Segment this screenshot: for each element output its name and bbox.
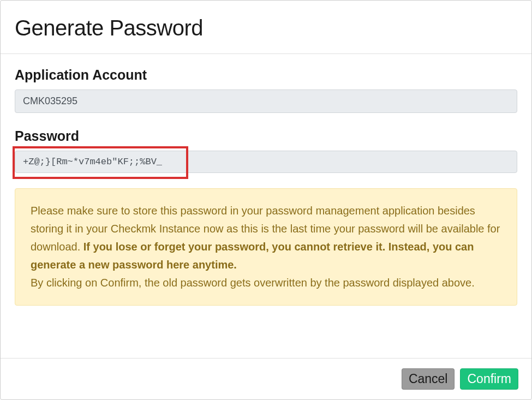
generate-password-modal: Generate Password Application Account Pa… bbox=[0, 0, 532, 400]
application-account-input[interactable] bbox=[15, 89, 517, 113]
modal-header: Generate Password bbox=[1, 1, 531, 54]
password-input[interactable] bbox=[15, 151, 517, 173]
alert-text-after: By clicking on Confirm, the old password… bbox=[31, 277, 475, 289]
cancel-button[interactable]: Cancel bbox=[402, 368, 455, 390]
password-row bbox=[15, 151, 517, 173]
modal-body: Application Account Password Please make… bbox=[1, 54, 531, 358]
password-warning-alert: Please make sure to store this password … bbox=[15, 188, 517, 306]
password-label: Password bbox=[15, 128, 517, 144]
confirm-button[interactable]: Confirm bbox=[460, 368, 518, 390]
application-account-label: Application Account bbox=[15, 67, 517, 83]
application-account-group: Application Account bbox=[15, 67, 517, 113]
modal-footer: Cancel Confirm bbox=[1, 358, 531, 399]
alert-text-strong: If you lose or forget your password, you… bbox=[31, 241, 474, 271]
modal-title: Generate Password bbox=[15, 16, 517, 40]
password-group: Password bbox=[15, 128, 517, 173]
